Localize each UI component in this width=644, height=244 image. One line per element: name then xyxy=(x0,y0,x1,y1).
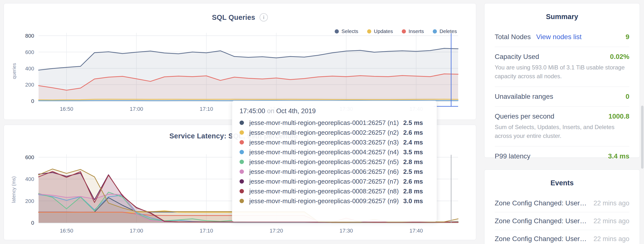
summary-stat-row: P99 latency3.4 ms xyxy=(495,147,629,166)
series-color-dot xyxy=(240,140,244,145)
node-latency-value: 2.6 ms xyxy=(403,178,423,185)
series-color-dot xyxy=(240,160,244,164)
legend-item-updates[interactable]: Updates xyxy=(367,28,393,34)
svg-text:400: 400 xyxy=(25,176,34,182)
svg-text:17:10: 17:10 xyxy=(200,228,213,234)
event-label: Zone Config Changed: User… xyxy=(495,199,587,207)
y-axis-unit-label: queries xyxy=(12,56,17,86)
summary-panel: Summary Total NodesView nodes list9Capac… xyxy=(484,3,640,158)
view-nodes-list-link[interactable]: View nodes list xyxy=(536,33,582,41)
tooltip-node-row: jesse-movr-multi-region-georeplicas-0009… xyxy=(240,196,430,206)
stat-label: Unavailable ranges xyxy=(495,93,553,100)
tooltip-node-row: jesse-movr-multi-region-georeplicas-0004… xyxy=(240,147,430,157)
node-name: jesse-movr-multi-region-georeplicas-0005… xyxy=(249,158,399,166)
node-latency-value: 3.5 ms xyxy=(403,148,423,156)
stat-value: 9 xyxy=(626,33,629,41)
stat-value: 1000.8 xyxy=(608,112,629,120)
summary-stat-row: Total NodesView nodes list9 xyxy=(495,27,629,47)
svg-text:17:30: 17:30 xyxy=(340,228,353,234)
event-time: 22 mins ago xyxy=(594,235,629,243)
legend-dot xyxy=(367,29,371,34)
stat-label: Queries per second xyxy=(495,112,554,120)
legend-label: Inserts xyxy=(408,28,424,34)
legend-dot xyxy=(402,29,406,34)
node-name: jesse-movr-multi-region-georeplicas-0003… xyxy=(249,139,399,146)
svg-text:200: 200 xyxy=(25,82,34,88)
tooltip-timestamp: 17:45:00 on Oct 4th, 2019 xyxy=(240,107,430,115)
scrollbar-thumb[interactable] xyxy=(641,106,644,169)
stat-description: You are using 593.0 MiB of 3.1 TiB usabl… xyxy=(495,63,629,81)
svg-text:800: 800 xyxy=(25,33,34,39)
legend-item-selects[interactable]: Selects xyxy=(335,28,358,34)
svg-text:600: 600 xyxy=(25,154,34,160)
node-latency-value: 2.8 ms xyxy=(403,158,423,166)
event-row[interactable]: Zone Config Changed: User…22 mins ago xyxy=(495,194,629,212)
events-title: Events xyxy=(495,170,629,187)
legend-label: Deletes xyxy=(440,28,457,34)
node-name: jesse-movr-multi-region-georeplicas-0006… xyxy=(249,168,399,176)
event-label: Zone Config Changed: User… xyxy=(495,235,587,243)
tooltip-on-word: on xyxy=(267,107,274,115)
stat-description: Sum of Selects, Updates, Inserts, and De… xyxy=(495,123,629,140)
tooltip-node-row: jesse-movr-multi-region-georeplicas-0008… xyxy=(240,186,430,196)
svg-text:17:00: 17:00 xyxy=(130,228,143,234)
node-name: jesse-movr-multi-region-georeplicas-0008… xyxy=(249,188,399,195)
chart-legend: SelectsUpdatesInsertsDeletes xyxy=(335,28,457,34)
svg-text:0: 0 xyxy=(31,98,34,104)
node-name: jesse-movr-multi-region-georeplicas-0001… xyxy=(249,119,399,127)
tooltip-node-row: jesse-movr-multi-region-georeplicas-0001… xyxy=(240,118,430,128)
legend-label: Updates xyxy=(374,28,393,34)
svg-text:17:40: 17:40 xyxy=(409,228,423,234)
series-color-dot xyxy=(240,120,244,125)
node-name: jesse-movr-multi-region-georeplicas-0002… xyxy=(249,129,399,137)
tooltip-node-row: jesse-movr-multi-region-georeplicas-0002… xyxy=(240,128,430,137)
event-label: Zone Config Changed: User… xyxy=(495,217,587,225)
tooltip-node-row: jesse-movr-multi-region-georeplicas-0006… xyxy=(240,167,430,177)
series-color-dot xyxy=(240,189,244,193)
event-row[interactable]: Zone Config Changed: User…22 mins ago xyxy=(495,212,629,230)
stat-value: 0.02% xyxy=(610,53,629,61)
node-name: jesse-movr-multi-region-georeplicas-0009… xyxy=(249,197,399,205)
node-latency-value: 2.4 ms xyxy=(403,139,423,146)
svg-text:16:50: 16:50 xyxy=(60,106,73,112)
y-axis-unit-label: latency (ms) xyxy=(11,170,16,209)
event-time: 22 mins ago xyxy=(594,217,629,225)
stat-value: 3.4 ms xyxy=(608,152,629,160)
series-color-dot xyxy=(240,179,244,184)
svg-text:16:50: 16:50 xyxy=(60,228,73,234)
summary-stat-row: Queries per second1000.8Sum of Selects, … xyxy=(495,107,629,147)
svg-text:400: 400 xyxy=(25,66,34,72)
series-color-dot xyxy=(240,130,244,135)
tooltip-node-row: jesse-movr-multi-region-georeplicas-0005… xyxy=(240,157,430,167)
summary-stat-row: Capacity Used0.02%You are using 593.0 Mi… xyxy=(495,47,629,87)
svg-text:17:10: 17:10 xyxy=(200,106,213,112)
event-row[interactable]: Zone Config Changed: User…22 mins ago xyxy=(495,230,629,244)
node-latency-value: 2.8 ms xyxy=(403,188,423,195)
legend-dot xyxy=(433,29,437,34)
chart-title-sql-queries: SQL Queries xyxy=(212,14,255,22)
series-color-dot xyxy=(240,169,244,174)
svg-text:17:00: 17:00 xyxy=(130,106,143,112)
tooltip-node-row: jesse-movr-multi-region-georeplicas-0003… xyxy=(240,137,430,147)
stat-label: P99 latency xyxy=(495,152,530,160)
svg-text:600: 600 xyxy=(25,49,34,55)
info-icon[interactable]: i xyxy=(260,13,268,22)
stat-label: Capacity Used xyxy=(495,53,539,61)
svg-text:17:20: 17:20 xyxy=(270,228,283,234)
legend-label: Selects xyxy=(342,28,358,34)
stat-label: Total Nodes xyxy=(495,33,531,41)
event-time: 22 mins ago xyxy=(594,199,629,207)
legend-item-inserts[interactable]: Inserts xyxy=(402,28,424,34)
summary-stat-row: Unavailable ranges0 xyxy=(495,87,629,107)
series-color-dot xyxy=(240,199,244,203)
svg-text:0: 0 xyxy=(31,220,34,226)
legend-item-deletes[interactable]: Deletes xyxy=(433,28,457,34)
node-name: jesse-movr-multi-region-georeplicas-0007… xyxy=(249,178,399,185)
summary-title: Summary xyxy=(495,4,629,21)
node-latency-value: 3.0 ms xyxy=(403,197,423,205)
node-latency-value: 2.5 ms xyxy=(403,168,423,176)
stat-value: 0 xyxy=(626,93,629,100)
node-latency-value: 2.6 ms xyxy=(403,129,423,137)
legend-dot xyxy=(335,29,339,34)
node-name: jesse-movr-multi-region-georeplicas-0004… xyxy=(249,148,399,156)
